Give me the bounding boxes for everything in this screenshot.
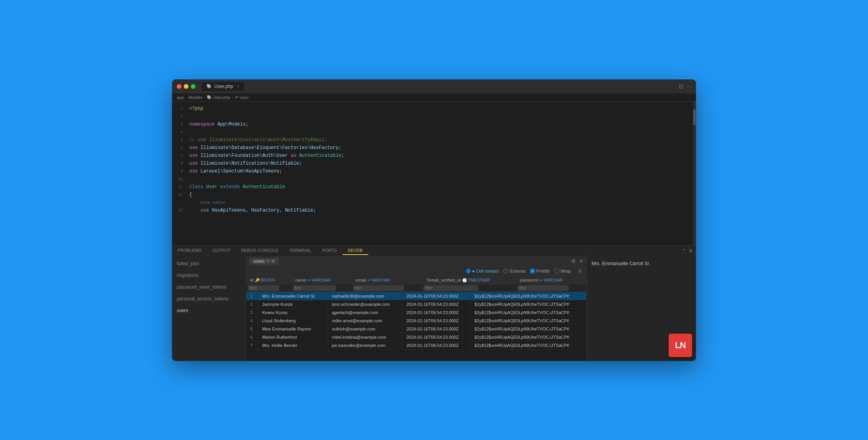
cell-password: $2y$12$xnHRUpAQE0LpN9UheTVOC.iJTSaCPt!	[470, 325, 586, 333]
cell-password: $2y$12$xnHRUpAQE0LpN9UheTVOC.iJTSaCPt!	[470, 300, 586, 308]
cell-password: $2y$12$xnHRUpAQE0LpN9UheTVOC.iJTSaCPt!	[470, 292, 586, 300]
cell-email: qgerlach@example.com	[328, 308, 402, 316]
db-table-personal-access-tokens[interactable]: personal_access_tokens	[172, 295, 246, 303]
selected-cell-value: Mrs. Emmanuelle Carroll Sr.	[592, 261, 691, 266]
code-line-2	[188, 113, 693, 120]
tab-bar: 🐘 User.php ×	[202, 82, 676, 91]
code-line-7: use Illuminate\Foundation\Auth\User as A…	[188, 152, 693, 160]
cell-verified: 2024-01-16T06:54:23.000Z	[402, 292, 470, 300]
tab-devdb[interactable]: DEVDB	[343, 246, 368, 255]
copy-icon[interactable]: ⎘	[579, 268, 582, 274]
db-table-password-reset-tokens[interactable]: password_reset_tokens	[172, 283, 246, 291]
filter-icon[interactable]: ⊘	[271, 259, 275, 264]
db-toolbar: users ↻ ⊘ ⚙ ✕	[246, 256, 586, 267]
db-table-failed-jobs[interactable]: failed_jobs	[172, 259, 246, 268]
settings-icon[interactable]: ⚙	[571, 258, 576, 264]
filter-row	[246, 284, 586, 292]
tab-output[interactable]: OUTPUT	[207, 246, 235, 255]
db-table-migrations[interactable]: migrations	[172, 271, 246, 280]
close-panel-icon[interactable]: ✕	[579, 258, 583, 264]
filter-email[interactable]	[353, 285, 404, 291]
cell-verified: 2024-01-16T06:54:23.000Z	[402, 316, 470, 325]
opt-cell-content[interactable]: ● Cell content	[466, 269, 499, 273]
vertical-scrollbar[interactable]	[693, 102, 696, 245]
cell-content-radio[interactable]	[466, 269, 471, 273]
bc-sep-1: ›	[185, 95, 187, 100]
cell-name: Mrs. Emmanuelle Carroll Sr.	[258, 292, 328, 300]
table-row[interactable]: 7 Mrs. Hollie Bernier jon.kassulke@examp…	[246, 341, 586, 349]
title-bar: 🐘 User.php × ⊡ ···	[172, 79, 696, 93]
tab-terminal[interactable]: TERMINAL	[284, 246, 317, 255]
filter-id[interactable]	[248, 285, 279, 291]
minimize-button[interactable]	[184, 84, 188, 89]
close-button[interactable]	[177, 84, 181, 89]
tab-problems[interactable]: PROBLEMS	[172, 246, 207, 255]
filter-verified[interactable]	[423, 285, 478, 291]
refresh-icon[interactable]: ↻	[266, 259, 270, 264]
bc-class-icon: ⇌	[235, 95, 238, 99]
bc-app[interactable]: app	[177, 95, 184, 100]
editor: 1 2 3 4 5 6 7 8 9 10 11 12 15 <?php name…	[172, 102, 696, 361]
split-editor-icon[interactable]: ⊡	[679, 83, 683, 90]
cell-email: oullrich@example.com	[328, 325, 402, 333]
db-main: users ↻ ⊘ ⚙ ✕ ● Cell content	[246, 256, 586, 361]
db-table-users[interactable]: users	[172, 306, 246, 315]
table-row[interactable]: 6 Marlon Rutherford robel.kristina@examp…	[246, 333, 586, 341]
db-toolbar-icons: ⚙ ✕	[571, 258, 583, 264]
col-password: password ✏ VARCHAR	[516, 276, 586, 284]
cell-email: robel.kristina@example.com	[328, 333, 402, 341]
table-row[interactable]: 5 Miss Emmanuelle Raynor oullrich@exampl…	[246, 325, 586, 333]
code-line-8: use Illuminate\Notifications\Notifiable;	[188, 160, 693, 167]
code-line-5: // use Illuminate\Contracts\Auth\MustVer…	[188, 136, 693, 144]
table-row[interactable]: 3 Keanu Kozey qgerlach@example.com 2024-…	[246, 308, 586, 316]
title-bar-actions: ⊡ ···	[679, 83, 691, 90]
bc-class[interactable]: User	[240, 95, 249, 100]
filter-name[interactable]	[293, 285, 336, 291]
tab-debug-console[interactable]: DEBUG CONSOLE	[235, 246, 284, 255]
bc-file-icon: 🐘	[207, 95, 212, 99]
more-actions-icon[interactable]: ···	[687, 83, 691, 90]
panel-chevron-up-icon[interactable]: ⌃	[682, 248, 686, 254]
maximize-button[interactable]	[191, 84, 195, 89]
wrap-label: Wrap	[561, 269, 571, 273]
panel-tabs: PROBLEMS OUTPUT DEBUG CONSOLE TERMINAL P…	[172, 245, 696, 256]
cell-password: $2y$12$xnHRUpAQE0LpN9UheTVOC.iJTSaCPt!	[470, 308, 586, 316]
filter-password[interactable]	[518, 285, 569, 291]
cell-id: 3	[246, 308, 258, 316]
tab-label: User.php	[214, 84, 233, 89]
tab-user-php[interactable]: 🐘 User.php ×	[202, 82, 244, 91]
cell-email: raphaelle30@example.com	[328, 292, 402, 300]
table-row[interactable]: 2 Jazmyne Kunze lynn.schroeder@example.c…	[246, 300, 586, 308]
data-rows-table: 1 Mrs. Emmanuelle Carroll Sr. raphaelle3…	[246, 292, 586, 350]
cell-id: 2	[246, 300, 258, 308]
ln-text: LN	[675, 340, 685, 350]
table-row[interactable]: 1 Mrs. Emmanuelle Carroll Sr. raphaelle3…	[246, 292, 586, 300]
view-table-link[interactable]: View table	[188, 199, 693, 207]
vscode-window: 🐘 User.php × ⊡ ··· app › Models › 🐘 User…	[172, 79, 696, 361]
cell-email: lynn.schroeder@example.com	[328, 300, 402, 308]
panel-close-icon[interactable]: ✕	[689, 248, 693, 254]
wrap-checkbox[interactable]	[554, 269, 559, 273]
prettify-checkbox[interactable]: ✓	[530, 269, 535, 273]
cell-password: $2y$12$xnHRUpAQE0LpN9UheTVOC.iJTSaCPt!	[470, 341, 586, 349]
bc-models[interactable]: Models	[188, 95, 202, 100]
traffic-lights	[177, 84, 195, 89]
cell-id: 7	[246, 341, 258, 349]
opt-prettify[interactable]: ✓ Prettify	[530, 269, 550, 273]
schema-radio[interactable]	[503, 269, 508, 273]
cell-id: 4	[246, 316, 258, 325]
code-line-6: use Illuminate\Database\Eloquent\Factori…	[188, 144, 693, 152]
db-table-wrap[interactable]: id 🔑 BIGINT• name ✏ VARCHAR email ✏ VARC…	[246, 276, 586, 361]
code-editor[interactable]: 1 2 3 4 5 6 7 8 9 10 11 12 15 <?php name…	[172, 102, 696, 245]
bc-file[interactable]: User.php	[213, 95, 230, 100]
tab-close-button[interactable]: ×	[237, 84, 239, 88]
line-numbers: 1 2 3 4 5 6 7 8 9 10 11 12 15	[172, 102, 188, 245]
bc-sep-2: ›	[204, 95, 206, 100]
opt-wrap[interactable]: Wrap	[554, 269, 571, 273]
opt-schema[interactable]: Schema	[503, 269, 525, 273]
cell-verified: 2024-01-16T06:54:23.000Z	[402, 325, 470, 333]
table-row[interactable]: 4 Lloyd Stoltenberg miller.arvel@example…	[246, 316, 586, 325]
tab-ports[interactable]: PORTS	[317, 246, 343, 255]
table-header-row: id 🔑 BIGINT• name ✏ VARCHAR email ✏ VARC…	[246, 276, 586, 284]
cell-name: Keanu Kozey	[258, 308, 328, 316]
